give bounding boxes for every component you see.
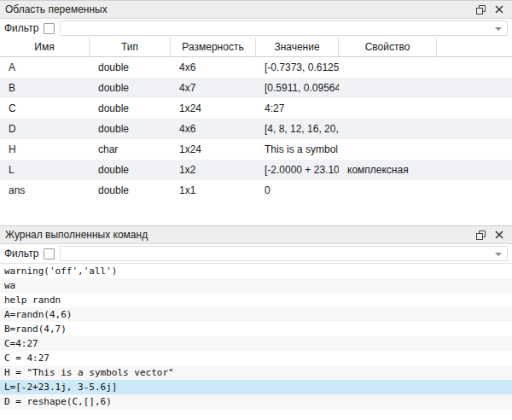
table-row[interactable]: Hchar1x24This is a symbol... <box>0 139 512 160</box>
variables-filter-checkbox[interactable] <box>44 23 55 34</box>
cell-value: This is a symbol... <box>256 139 339 160</box>
cell-type: double <box>90 160 171 180</box>
variables-filter-combobox[interactable] <box>60 20 508 36</box>
command-line[interactable]: D = reshape(C,[],6) <box>0 394 512 409</box>
cell-property <box>339 78 437 98</box>
cell-filler <box>437 57 512 78</box>
cell-filler <box>437 98 512 119</box>
command-line[interactable]: A=randn(4,6) <box>0 307 512 322</box>
chevron-down-icon <box>495 253 502 256</box>
close-icon[interactable] <box>492 228 507 242</box>
cell-size: 1x2 <box>171 160 256 180</box>
cell-value: 4:27 <box>256 98 339 119</box>
cell-size: 4x6 <box>171 57 256 78</box>
cell-filler <box>437 78 512 98</box>
command-line[interactable]: C=4:27 <box>0 336 512 351</box>
table-row[interactable]: Ldouble1x2[-2.0000 + 23.10...комплексная <box>0 160 512 180</box>
cell-type: double <box>90 98 171 119</box>
history-filter-checkbox[interactable] <box>44 248 55 260</box>
table-row[interactable]: Ddouble4x6[4, 8, 12, 16, 20, ... <box>0 119 512 139</box>
history-filter-combobox[interactable] <box>60 246 508 261</box>
cell-type: double <box>90 119 171 139</box>
history-panel-title: Журнал выполненных команд <box>5 229 469 241</box>
variables-panel-title: Область переменных <box>5 3 469 15</box>
cell-type: char <box>90 139 171 160</box>
cell-filler <box>437 139 512 160</box>
column-header-2[interactable]: Тип <box>90 38 171 56</box>
float-icon[interactable] <box>473 228 488 242</box>
command-line[interactable]: help randn <box>0 293 512 307</box>
cell-property <box>339 98 437 119</box>
cell-value: [4, 8, 12, 16, 20, ... <box>256 119 339 139</box>
table-row[interactable]: Bdouble4x7[0.5911, 0.09564... <box>0 78 512 98</box>
chevron-down-icon <box>495 27 502 31</box>
table-row[interactable]: ansdouble1x10 <box>0 180 512 201</box>
cell-name: L <box>0 160 90 180</box>
history-panel: Журнал выполненных команд Фильтр warning… <box>0 225 512 420</box>
command-line[interactable]: warning('off','all') <box>0 264 512 278</box>
cell-filler <box>437 180 512 201</box>
command-line[interactable]: L=[-2+23.1j, 3-5.6j] <box>0 380 512 394</box>
cell-size: 1x24 <box>171 98 256 119</box>
history-filterbar: Фильтр <box>0 244 512 263</box>
cell-filler <box>437 119 512 139</box>
cell-property: комплексная <box>339 160 437 180</box>
cell-value: [0.5911, 0.09564... <box>256 78 339 98</box>
cell-type: double <box>90 78 171 98</box>
table-row[interactable]: Adouble4x6[-0.7373, 0.6125,... <box>0 57 512 78</box>
column-header-3[interactable]: Размерность <box>171 38 256 56</box>
cell-value: [-0.7373, 0.6125,... <box>256 57 339 78</box>
cell-filler <box>437 160 512 180</box>
command-line[interactable]: wa <box>0 278 512 293</box>
cell-property <box>339 139 437 160</box>
column-header-filler <box>437 38 512 56</box>
cell-name: H <box>0 139 90 160</box>
float-icon[interactable] <box>473 3 488 16</box>
history-titlebar[interactable]: Журнал выполненных команд <box>0 225 512 244</box>
command-list: warning('off','all')wahelp randnA=randn(… <box>0 263 512 420</box>
cell-property <box>339 57 437 78</box>
cell-size: 4x7 <box>171 78 256 98</box>
cell-type: double <box>90 57 171 78</box>
cell-type: double <box>90 180 171 201</box>
history-filter-label: Фильтр <box>4 248 38 260</box>
variables-filter-label: Фильтр <box>4 22 38 34</box>
column-header-1[interactable]: Имя <box>0 38 90 56</box>
cell-name: A <box>0 57 90 78</box>
cell-name: D <box>0 119 90 139</box>
table-row[interactable]: Cdouble1x244:27 <box>0 98 512 119</box>
column-header-5[interactable]: Свойство <box>339 38 437 56</box>
variables-panel: Область переменных Фильтр ИмяТипРазмерно… <box>0 0 512 225</box>
cell-name: ans <box>0 180 90 201</box>
command-line[interactable]: C = 4:27 <box>0 351 512 365</box>
cell-size: 1x24 <box>171 139 256 160</box>
column-header-4[interactable]: Значение <box>256 38 339 56</box>
command-line[interactable]: H = "This is a symbols vector" <box>0 365 512 380</box>
variables-filterbar: Фильтр <box>0 19 512 38</box>
variables-table-body: Adouble4x6[-0.7373, 0.6125,...Bdouble4x7… <box>0 57 512 225</box>
variables-titlebar[interactable]: Область переменных <box>0 0 512 19</box>
cell-property <box>339 119 437 139</box>
cell-size: 4x6 <box>171 119 256 139</box>
command-line[interactable]: B=rand(4,7) <box>0 322 512 336</box>
cell-property <box>339 180 437 201</box>
cell-value: 0 <box>256 180 339 201</box>
variables-table-header: ИмяТипРазмерностьЗначениеСвойство <box>0 38 512 57</box>
cell-value: [-2.0000 + 23.10... <box>256 160 339 180</box>
cell-name: B <box>0 78 90 98</box>
close-icon[interactable] <box>492 3 507 16</box>
cell-size: 1x1 <box>171 180 256 201</box>
cell-name: C <box>0 98 90 119</box>
